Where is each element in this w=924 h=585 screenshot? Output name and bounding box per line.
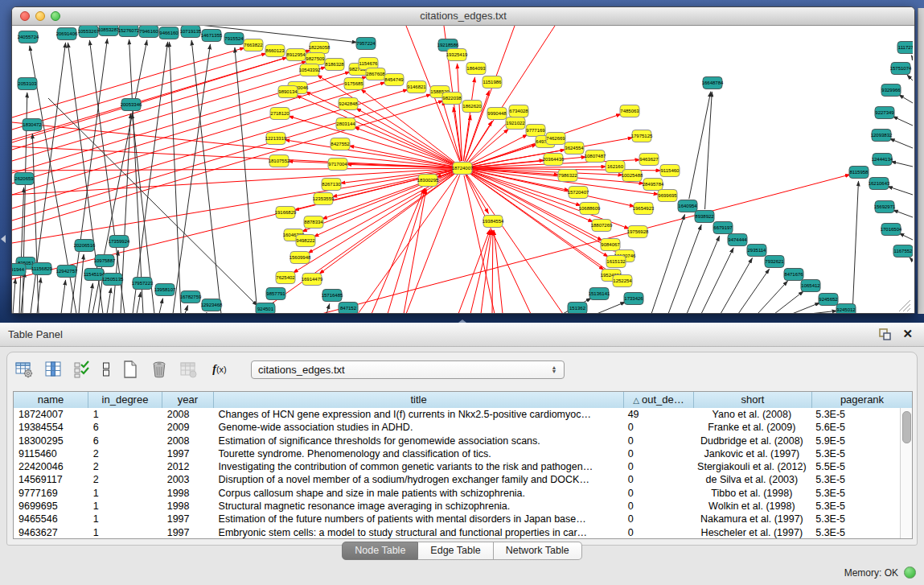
network-node[interactable]: 28495784 (643, 179, 664, 191)
delete-table-icon[interactable] (148, 359, 170, 380)
network-node[interactable]: 9084067 (601, 239, 620, 251)
network-node[interactable]: 847152 (339, 303, 358, 314)
network-node[interactable]: 8938922 (695, 211, 714, 223)
network-node[interactable]: 16210643 (869, 178, 890, 190)
network-node[interactable]: 17975125 (631, 130, 653, 142)
table-row[interactable]: 911546021997Tourette syndrome. Phenomeno… (14, 447, 901, 460)
network-node[interactable]: 16914479 (302, 274, 323, 286)
network-node[interactable]: 20053346 (121, 99, 142, 111)
column-header-in_degree[interactable]: in_degree (88, 392, 162, 408)
network-node[interactable]: 17957223 (132, 278, 154, 290)
network-node[interactable]: 15716485 (322, 290, 343, 302)
network-node[interactable]: 15276072 (118, 26, 140, 37)
network-node[interactable]: 8912954 (286, 49, 306, 61)
network-node[interactable]: 9329966 (881, 84, 901, 97)
network-node[interactable]: 19756928 (627, 226, 649, 238)
table-row[interactable]: 977716911998Corpus callosum shape and si… (14, 487, 901, 500)
network-node[interactable]: 8454749 (384, 74, 404, 86)
table-row[interactable]: 1938455462009Genome-wide association stu… (14, 421, 901, 434)
column-header-out_de[interactable]: △out_de… (624, 392, 694, 408)
network-node[interactable]: 9822038 (442, 93, 462, 105)
row-options-icon[interactable] (100, 359, 113, 380)
network-node[interactable]: 15692971 (874, 201, 896, 213)
network-node[interactable]: 17016504 (881, 224, 902, 236)
network-node[interactable]: 9777169 (526, 125, 545, 137)
network-node[interactable]: 14671355 (201, 30, 223, 42)
network-node[interactable]: 2620659 (14, 173, 34, 185)
column-header-year[interactable]: year (162, 392, 214, 408)
network-node[interactable]: 1733426 (624, 293, 643, 305)
network-node[interactable]: 9245652 (819, 294, 838, 306)
tab-node-table[interactable]: Node Table (342, 542, 418, 560)
network-node[interactable]: 10807487 (585, 150, 606, 163)
table-row[interactable]: 969969511998Structural magnetic resonanc… (14, 500, 901, 513)
network-node[interactable]: 12093832 (871, 130, 893, 142)
network-node[interactable]: 1921022 (506, 117, 525, 130)
table-row[interactable]: 1456911722003Disruption of a novel membe… (14, 473, 901, 486)
network-node[interactable]: 12353559 (313, 193, 335, 205)
network-window-titlebar[interactable]: citations_edges.txt (12, 7, 914, 26)
network-node[interactable]: 9498222 (296, 235, 315, 247)
close-panel-icon[interactable]: ✕ (902, 326, 913, 342)
resize-grip-icon[interactable] (899, 300, 910, 311)
table-row[interactable]: 946362711997Embryonic stem cells: a mode… (14, 526, 901, 538)
network-node[interactable]: 9699695 (658, 190, 677, 202)
network-node[interactable]: 9146821 (407, 81, 426, 93)
network-node[interactable]: 1615132 (606, 256, 626, 268)
new-file-icon[interactable] (119, 359, 142, 380)
panel-collapse-arrow-icon[interactable] (1, 235, 6, 243)
network-node[interactable]: 1065412 (801, 280, 820, 292)
table-scrollbar[interactable] (900, 408, 912, 538)
network-node[interactable]: 10543392 (299, 64, 321, 76)
network-node[interactable]: 10975887 (94, 255, 116, 267)
network-node[interactable]: 10719135 (180, 26, 202, 38)
function-builder-icon[interactable]: f(x) (206, 359, 233, 380)
table-selector-dropdown[interactable]: citations_edges.txt ▲▼ (251, 360, 565, 379)
tab-network-table[interactable]: Network Table (494, 542, 582, 560)
network-node[interactable]: 7957224 (356, 38, 376, 50)
network-node[interactable]: 1151986 (483, 76, 502, 89)
network-node[interactable]: 18300295 (417, 175, 439, 187)
network-node[interactable]: 9466160 (159, 27, 179, 39)
network-node[interactable]: 9857791 (266, 288, 285, 300)
network-node[interactable]: 9242848 (339, 98, 358, 110)
network-node[interactable]: 18724007 (452, 163, 474, 175)
network-node[interactable]: 12444134 (872, 154, 893, 166)
network-node[interactable]: 15609948 (290, 252, 311, 264)
network-node[interactable]: 8660123 (265, 45, 285, 57)
network-node[interactable]: 12923468 (201, 299, 223, 311)
network-node[interactable]: 20691406 (56, 28, 78, 40)
network-node[interactable]: 7986322 (558, 170, 577, 182)
table-row[interactable]: 2242004622012Investigating the contribut… (14, 460, 901, 473)
network-node[interactable]: 1830472 (23, 119, 42, 131)
network-node[interactable]: 151362 (568, 303, 587, 314)
column-header-pagerank[interactable]: pagerank (812, 392, 912, 408)
network-node[interactable]: 7625402 (276, 272, 295, 284)
network-node[interactable]: 17359924 (109, 236, 130, 248)
column-header-name[interactable]: name (14, 392, 88, 408)
network-canvas[interactable]: 2405572420691406105532671085328715276072… (12, 26, 914, 313)
network-node[interactable]: 18807269 (591, 220, 613, 232)
network-node[interactable]: 20364436 (543, 154, 565, 166)
network-node[interactable]: 2718120 (270, 108, 290, 120)
network-node[interactable]: 7946160 (139, 26, 158, 38)
network-node[interactable]: 9175685 (344, 78, 363, 90)
scrollbar-thumb[interactable] (902, 411, 911, 443)
network-node[interactable]: 7915524 (224, 33, 244, 45)
network-node[interactable]: 20206516 (74, 240, 96, 252)
table-row[interactable]: 946554611997Estimation of the future num… (14, 513, 901, 525)
network-node[interactable]: 162160 (606, 161, 625, 173)
network-node[interactable]: 8427552 (331, 138, 350, 150)
network-node[interactable]: 924501 (256, 303, 275, 314)
network-node[interactable]: 10853287 (98, 26, 120, 36)
show-column-icon[interactable] (42, 359, 64, 380)
table-row[interactable]: 1872400712008Changes of HCN gene express… (14, 408, 901, 421)
network-node[interactable]: 16782759 (180, 291, 202, 303)
network-node[interactable]: 391944 (12, 264, 26, 276)
network-node[interactable]: 2803144 (336, 118, 355, 130)
network-node[interactable]: 9463627 (639, 154, 659, 166)
network-node[interactable]: 18226058 (309, 42, 331, 54)
network-node[interactable]: 7663822 (244, 39, 263, 51)
network-node[interactable]: 15720407 (568, 187, 589, 199)
network-node[interactable]: 9474444 (728, 234, 747, 246)
